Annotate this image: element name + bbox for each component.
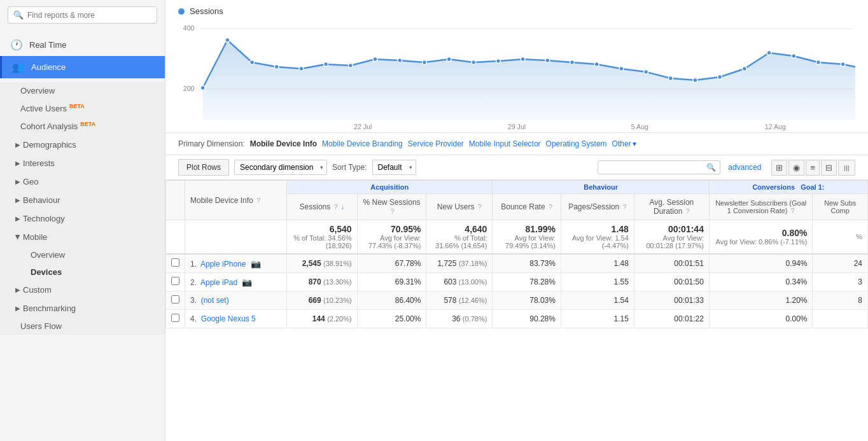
totals-newsletter: 0.80% Avg for View: 0.86% (-7.11%) — [709, 220, 813, 255]
row2-device-link[interactable]: Apple iPad — [200, 278, 237, 287]
svg-point-11 — [373, 57, 377, 62]
sidebar-item-users-flow[interactable]: Users Flow — [0, 318, 165, 335]
acquisition-header: Acquisition — [287, 181, 493, 194]
bounce-help-icon[interactable]: ? — [549, 203, 552, 211]
col-pct-new-header[interactable]: % New Sessions ? — [357, 194, 426, 220]
view-pivot-icon[interactable]: ⫼ — [838, 160, 855, 176]
row1-check[interactable] — [166, 254, 185, 273]
sidebar-section-main: 🕐 Real Time 👥 Audience — [0, 30, 165, 82]
primary-dim-mobile-input[interactable]: Mobile Input Selector — [469, 139, 541, 148]
col-newsletter-header[interactable]: Newsletter Subscribers (Goal 1 Conversio… — [709, 194, 813, 220]
view-bar-icon[interactable]: ≡ — [806, 160, 820, 176]
svg-point-29 — [816, 60, 821, 65]
sidebar-item-realtime[interactable]: 🕐 Real Time — [0, 34, 165, 56]
view-pie-icon[interactable]: ◉ — [788, 160, 804, 176]
row1-checkbox[interactable] — [171, 258, 179, 267]
sessions-help-icon[interactable]: ? — [334, 203, 338, 211]
svg-point-20 — [594, 62, 599, 67]
main-content: Sessions 400 200 — [165, 0, 868, 441]
sidebar-item-technology[interactable]: ▶ Technology — [0, 209, 165, 228]
row2-checkbox[interactable] — [171, 277, 179, 285]
row4-device-link[interactable]: Google Nexus 5 — [201, 314, 256, 323]
sort-type-select[interactable]: Default — [372, 160, 416, 175]
primary-dim-operating-system[interactable]: Operating System — [546, 139, 607, 148]
row4-pct-new: 25.00% — [357, 310, 426, 328]
plot-rows-button[interactable]: Plot Rows — [178, 159, 229, 176]
svg-point-30 — [841, 62, 845, 67]
col-avg-duration-header[interactable]: Avg. Session Duration ? — [634, 194, 709, 220]
col-new-users-header[interactable]: New Users ? — [426, 194, 493, 220]
avg-duration-help-icon[interactable]: ? — [686, 207, 690, 215]
view-comparison-icon[interactable]: ⊟ — [821, 160, 837, 176]
sidebar-item-mob-overview[interactable]: Overview — [0, 246, 165, 263]
view-data-icon[interactable]: ⊞ — [771, 160, 787, 176]
row3-check[interactable] — [166, 291, 185, 310]
row1-pct-new: 67.78% — [357, 254, 426, 273]
col-pages-session-header[interactable]: Pages/Session ? — [561, 194, 634, 220]
row3-checkbox[interactable] — [171, 295, 179, 304]
totals-row: 6,540 % of Total: 34.56% (18,926) 70.95%… — [166, 220, 868, 255]
sidebar-item-interests[interactable]: ▶ Interests — [0, 154, 165, 172]
col-bounce-header[interactable]: Bounce Rate ? — [493, 194, 561, 220]
row1-device-link[interactable]: Apple iPhone — [200, 260, 246, 269]
svg-text:12 Aug: 12 Aug — [765, 123, 786, 130]
svg-point-26 — [743, 67, 747, 71]
cohort-beta: BETA — [80, 121, 95, 127]
sidebar-item-custom[interactable]: ▶ Custom — [0, 281, 165, 299]
sidebar-item-demographics[interactable]: ▶ Demographics — [0, 136, 165, 154]
primary-dim-other-dropdown[interactable]: Other ▾ — [612, 139, 636, 148]
row4-check[interactable] — [166, 310, 185, 328]
row1-sessions: 2,545 (38.91%) — [287, 254, 358, 273]
other-chevron-icon: ▾ — [633, 139, 636, 148]
device-help-icon[interactable]: ? — [256, 197, 260, 204]
sidebar-item-audience[interactable]: 👥 Audience — [0, 56, 165, 78]
newsletter-help-icon[interactable]: ? — [791, 207, 795, 214]
table-search-input[interactable] — [602, 163, 704, 172]
pages-session-help-icon[interactable]: ? — [623, 203, 627, 211]
interests-triangle: ▶ — [15, 160, 20, 167]
active-users-beta: BETA — [69, 103, 85, 109]
svg-point-27 — [767, 51, 771, 55]
row3-bounce: 78.03% — [493, 291, 561, 310]
table-search-field[interactable]: 🔍 — [598, 160, 720, 174]
row1-camera-icon: 📷 — [251, 259, 261, 269]
sidebar-item-devices[interactable]: Devices — [0, 263, 165, 281]
sidebar-item-geo[interactable]: ▶ Geo — [0, 172, 165, 191]
sidebar-item-active-users[interactable]: Active UsersBETA — [0, 99, 165, 117]
col-sessions-header[interactable]: Sessions ? ↓ — [287, 194, 358, 220]
search-input[interactable] — [27, 11, 151, 20]
row1-avg-duration: 00:01:51 — [634, 254, 709, 273]
primary-dim-mobile-branding[interactable]: Mobile Device Branding — [322, 139, 403, 148]
row1-new-users: 1,725 (37.18%) — [426, 254, 493, 273]
totals-new-subs: % — [813, 220, 868, 255]
svg-point-5 — [225, 38, 230, 43]
primary-dimension-bar: Primary Dimension: Mobile Device Info Mo… — [165, 133, 868, 155]
sidebar-item-cohort[interactable]: Cohort AnalysisBETA — [0, 117, 165, 135]
sidebar-item-mobile[interactable]: ▶ Mobile — [0, 228, 165, 246]
svg-point-13 — [423, 60, 427, 65]
audience-icon: 👥 — [12, 61, 25, 73]
sidebar-item-overview[interactable]: Overview — [0, 82, 165, 99]
table-search-icon[interactable]: 🔍 — [706, 163, 716, 172]
sort-type-wrapper[interactable]: Default ▾ — [372, 160, 416, 175]
sidebar-item-benchmarking[interactable]: ▶ Benchmarking — [0, 299, 165, 318]
col-new-subs-header[interactable]: New Subs Comp — [813, 194, 868, 220]
svg-point-15 — [472, 60, 476, 65]
secondary-dimension-wrapper[interactable]: Secondary dimension ▾ — [234, 160, 327, 175]
search-box[interactable]: 🔍 — [8, 6, 157, 24]
row3-avg-duration: 00:01:33 — [634, 291, 709, 310]
row2-check[interactable] — [166, 273, 185, 291]
secondary-dimension-select[interactable]: Secondary dimension — [234, 160, 327, 175]
row2-camera-icon: 📷 — [242, 277, 252, 287]
sidebar-item-behaviour[interactable]: ▶ Behaviour — [0, 191, 165, 209]
sessions-chart: 400 200 — [178, 21, 855, 132]
col-checkbox-header — [166, 181, 185, 220]
new-users-help-icon[interactable]: ? — [478, 203, 482, 211]
row4-checkbox[interactable] — [171, 314, 179, 322]
row3-device-link[interactable]: (not set) — [201, 296, 229, 305]
advanced-link[interactable]: advanced — [728, 163, 761, 172]
svg-point-6 — [250, 60, 255, 65]
primary-dim-service-provider[interactable]: Service Provider — [408, 139, 464, 148]
svg-point-18 — [545, 59, 550, 63]
pct-new-help-icon[interactable]: ? — [390, 207, 394, 215]
